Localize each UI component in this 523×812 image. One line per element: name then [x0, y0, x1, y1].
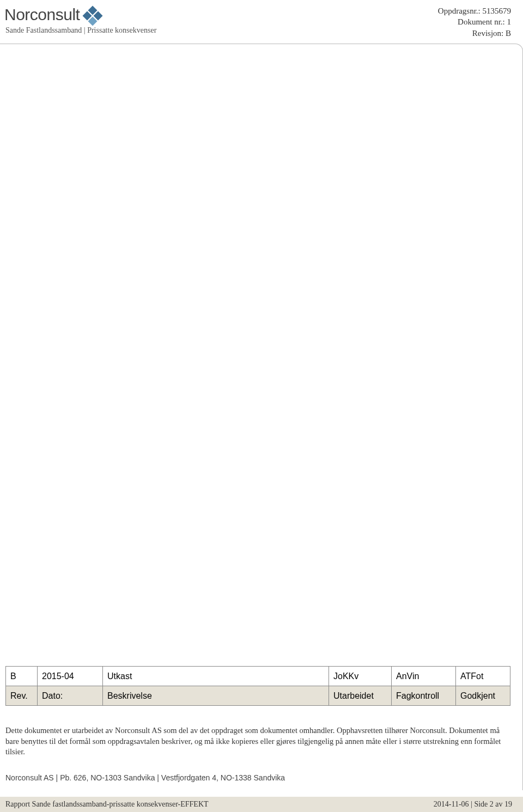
revision-table: B 2015-04 Utkast JoKKv AnVin ATFot Rev. … [5, 666, 510, 706]
page-body-frame: B 2015-04 Utkast JoKKv AnVin ATFot Rev. … [0, 44, 523, 790]
footer-right: 2014-11-06 | Side 2 av 19 [434, 800, 512, 809]
cell-godkjent: ATFot [456, 667, 510, 686]
table-row: B 2015-04 Utkast JoKKv AnVin ATFot [6, 667, 510, 686]
document-subtitle: Sande Fastlandssamband | Prissatte konse… [5, 26, 156, 35]
cell-date: 2015-04 [38, 667, 103, 686]
header-desc: Beskrivelse [103, 686, 329, 706]
header-godkjent: Godkjent [456, 686, 510, 706]
cell-utarbeidet: JoKKv [329, 667, 392, 686]
meta-dokumentnr: Dokument nr.: 1 [438, 16, 511, 27]
cell-desc: Utkast [103, 667, 329, 686]
norconsult-diamond-icon [83, 6, 102, 23]
logo-area: Norconsult Sande Fastlandssamband | Pris… [4, 5, 156, 35]
logo-row: Norconsult [4, 5, 156, 24]
table-header-row: Rev. Dato: Beskrivelse Utarbeidet Fagkon… [6, 686, 510, 706]
cell-fagkontroll: AnVin [392, 667, 456, 686]
meta-revisjon: Revisjon: B [438, 28, 511, 39]
footer-left: Rapport Sande fastlandssamband-prissatte… [5, 800, 209, 809]
page-header: Norconsult Sande Fastlandssamband | Pris… [0, 0, 523, 43]
header-date: Dato: [38, 686, 103, 706]
footer-address: Norconsult AS | Pb. 626, NO-1303 Sandvik… [5, 773, 285, 782]
meta-oppdragsnr: Oppdragsnr.: 5135679 [438, 5, 511, 16]
document-meta: Oppdragsnr.: 5135679 Dokument nr.: 1 Rev… [438, 5, 511, 39]
revision-table-area: B 2015-04 Utkast JoKKv AnVin ATFot Rev. … [5, 666, 510, 706]
cell-rev: B [6, 667, 38, 686]
legal-disclaimer: Dette dokumentet er utarbeidet av Norcon… [5, 725, 510, 758]
header-rev: Rev. [6, 686, 38, 706]
footer-bar: Rapport Sande fastlandssamband-prissatte… [0, 797, 523, 812]
header-utarbeidet: Utarbeidet [329, 686, 392, 706]
header-fagkontroll: Fagkontroll [392, 686, 456, 706]
logo-text: Norconsult [4, 5, 80, 24]
